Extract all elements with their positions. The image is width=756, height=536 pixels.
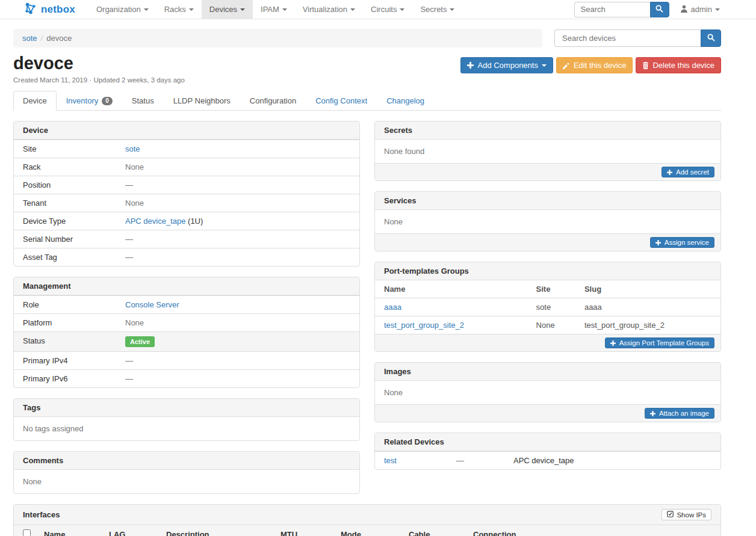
port-group-row: test_port_group_site_2 None test_port_gr… xyxy=(375,316,720,334)
caret-down-icon xyxy=(144,8,149,11)
panel-title: Tags xyxy=(23,403,40,412)
add-secret-button[interactable]: Add secret xyxy=(662,167,714,177)
global-search-button[interactable] xyxy=(650,2,669,17)
caret-down-icon xyxy=(400,8,404,11)
tab-device[interactable]: Device xyxy=(13,91,57,111)
port-groups-header-row: Name Site Slug xyxy=(375,280,720,298)
comments-empty-text: None xyxy=(14,470,359,493)
device-type-link[interactable]: APC device_tape xyxy=(125,217,185,226)
secrets-panel: Secrets None found Add secret xyxy=(374,121,721,181)
netbox-logo[interactable]: netbox xyxy=(24,0,75,19)
tags-empty-text: No tags assigned xyxy=(14,417,359,440)
search-icon xyxy=(655,5,663,14)
plus-icon xyxy=(650,411,655,416)
caret-down-icon xyxy=(450,8,454,11)
edit-device-button[interactable]: Edit this device xyxy=(556,57,633,73)
tags-panel: Tags No tags assigned xyxy=(13,398,360,441)
port-group-row: aaaa sote aaaa xyxy=(375,298,720,316)
show-ips-button[interactable]: Show IPs xyxy=(662,509,711,520)
menu-label: IPAM xyxy=(261,5,279,14)
main-menu: Organization Racks Devices IPAM Virtuali… xyxy=(88,0,463,19)
tab-config-context[interactable]: Config Context xyxy=(306,91,377,111)
edit-device-label: Edit this device xyxy=(574,61,626,70)
menu-item-secrets[interactable]: Secrets xyxy=(412,0,462,19)
user-icon xyxy=(680,5,688,14)
caret-down-icon xyxy=(282,8,287,11)
global-search xyxy=(574,2,669,17)
port-templates-groups-panel: Port-templates Groups Name Site Slug aaa… xyxy=(374,262,721,352)
menu-item-racks[interactable]: Racks xyxy=(156,0,202,19)
site-link[interactable]: sote xyxy=(125,144,140,153)
attr-row-status: Status Active xyxy=(14,331,359,351)
services-empty-text: None xyxy=(375,210,720,233)
device-search-input[interactable] xyxy=(554,29,701,47)
menu-item-circuits[interactable]: Circuits xyxy=(363,0,412,19)
menu-label: Virtualization xyxy=(303,5,347,14)
port-group-link[interactable]: test_port_group_site_2 xyxy=(384,321,464,330)
attach-image-button[interactable]: Attach an image xyxy=(645,408,714,419)
menu-item-ipam[interactable]: IPAM xyxy=(253,0,295,19)
related-devices-panel: Related Devices test — APC device_tape xyxy=(374,433,721,470)
panel-title: Related Devices xyxy=(384,437,444,446)
panel-title: Secrets xyxy=(384,126,412,135)
global-search-input[interactable] xyxy=(574,2,650,17)
select-all-checkbox[interactable] xyxy=(23,529,31,536)
tab-label: Config Context xyxy=(315,96,367,105)
menu-item-virtualization[interactable]: Virtualization xyxy=(295,0,363,19)
attr-row-primary-ipv4: Primary IPv4 — xyxy=(14,351,359,369)
tab-inventory[interactable]: Inventory 0 xyxy=(57,91,122,111)
device-type-height: (1U) xyxy=(185,217,203,226)
inventory-count-badge: 0 xyxy=(102,97,113,105)
attr-row-platform: Platform None xyxy=(14,313,359,331)
breadcrumb-site-link[interactable]: sote xyxy=(22,34,37,43)
top-navbar: netbox Organization Racks Devices IPAM V… xyxy=(0,0,756,19)
comments-panel: Comments None xyxy=(13,451,360,494)
secrets-empty-text: None found xyxy=(375,140,720,163)
show-ips-label: Show IPs xyxy=(677,511,706,519)
attr-row-serial-number: Serial Number — xyxy=(14,230,359,248)
breadcrumb: sote/devoce xyxy=(13,29,542,48)
user-menu[interactable]: admin xyxy=(680,5,720,14)
user-name: admin xyxy=(691,5,712,14)
caret-down-icon xyxy=(715,8,720,11)
role-link[interactable]: Console Server xyxy=(125,300,179,309)
assign-service-label: Assign service xyxy=(665,239,709,246)
plus-icon xyxy=(467,62,474,69)
panel-title: Management xyxy=(23,282,70,291)
management-panel: Management Role Console Server Platform … xyxy=(13,277,360,388)
assign-port-template-groups-label: Assign Port Template Groups xyxy=(619,339,709,347)
attr-row-primary-ipv6: Primary IPv6 — xyxy=(14,369,359,387)
tab-label: LLDP Neighbors xyxy=(173,96,231,105)
device-search-button[interactable] xyxy=(701,29,721,47)
caret-down-icon xyxy=(542,64,547,67)
add-components-label: Add Components xyxy=(477,61,538,70)
assign-service-button[interactable]: Assign service xyxy=(650,237,714,248)
assign-port-template-groups-button[interactable]: Assign Port Template Groups xyxy=(605,337,714,348)
interfaces-header-row: Name LAG Description MTU Mode Cable Conn… xyxy=(14,525,720,536)
add-components-button[interactable]: Add Components xyxy=(460,57,553,73)
menu-item-organization[interactable]: Organization xyxy=(88,0,156,19)
caret-down-icon xyxy=(350,8,355,11)
panel-title: Port-templates Groups xyxy=(384,266,469,276)
tab-lldp-neighbors[interactable]: LLDP Neighbors xyxy=(164,91,240,111)
attr-row-asset-tag: Asset Tag — xyxy=(14,248,359,266)
tab-changelog[interactable]: Changelog xyxy=(377,91,434,111)
plus-icon xyxy=(667,170,672,175)
images-empty-text: None xyxy=(375,381,720,404)
services-panel: Services None Assign service xyxy=(374,191,721,251)
menu-item-devices[interactable]: Devices xyxy=(202,0,253,19)
tab-configuration[interactable]: Configuration xyxy=(240,91,306,111)
attr-row-position: Position — xyxy=(14,176,359,194)
menu-label: Circuits xyxy=(371,5,397,14)
port-group-link[interactable]: aaaa xyxy=(384,303,401,312)
plus-icon xyxy=(610,340,616,346)
device-search xyxy=(554,29,721,47)
tab-status[interactable]: Status xyxy=(122,91,164,111)
plus-icon xyxy=(655,240,661,245)
check-icon xyxy=(667,511,674,519)
menu-label: Racks xyxy=(164,5,186,14)
breadcrumb-separator: / xyxy=(37,34,47,43)
delete-device-button[interactable]: Delete this device xyxy=(636,57,721,73)
tab-label: Configuration xyxy=(250,96,296,105)
related-device-link[interactable]: test xyxy=(384,456,397,465)
